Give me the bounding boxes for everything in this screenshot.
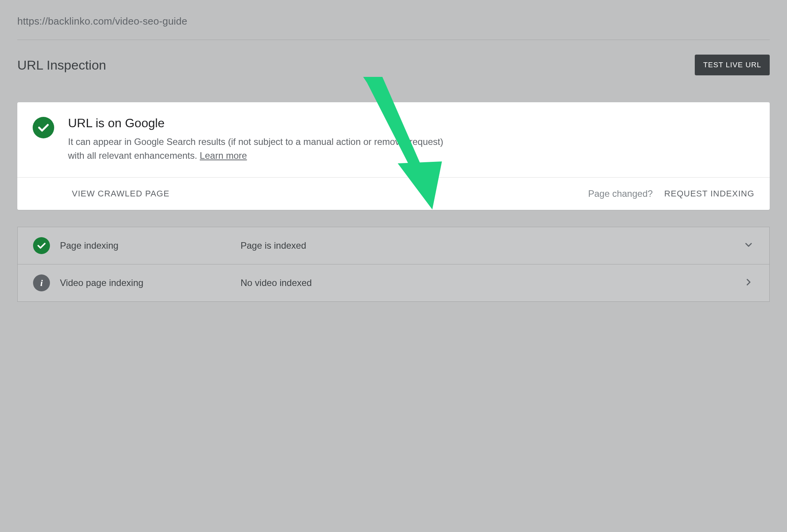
- status-card-main: URL is on Google It can appear in Google…: [17, 102, 770, 177]
- test-live-url-button[interactable]: TEST LIVE URL: [695, 55, 770, 75]
- row-value: No video indexed: [241, 278, 743, 288]
- header-row: URL Inspection TEST LIVE URL: [17, 55, 770, 75]
- status-title: URL is on Google: [68, 116, 445, 130]
- check-icon: [33, 117, 54, 138]
- indexing-panel: Page indexing Page is indexed i Video pa…: [17, 227, 770, 302]
- status-description: It can appear in Google Search results (…: [68, 135, 445, 163]
- inspected-url[interactable]: https://backlinko.com/video-seo-guide: [17, 15, 770, 40]
- chevron-down-icon: [743, 239, 754, 252]
- row-label: Video page indexing: [60, 278, 241, 288]
- check-icon: [33, 237, 50, 254]
- status-card: URL is on Google It can appear in Google…: [17, 102, 770, 210]
- request-indexing-button[interactable]: REQUEST INDEXING: [664, 189, 754, 199]
- learn-more-link[interactable]: Learn more: [200, 150, 247, 161]
- status-card-actions: VIEW CRAWLED PAGE Page changed? REQUEST …: [17, 177, 770, 210]
- video-page-indexing-row[interactable]: i Video page indexing No video indexed: [18, 264, 769, 301]
- row-label: Page indexing: [60, 240, 241, 251]
- status-card-text: URL is on Google It can appear in Google…: [68, 116, 445, 163]
- page-indexing-row[interactable]: Page indexing Page is indexed: [18, 227, 769, 264]
- view-crawled-page-button[interactable]: VIEW CRAWLED PAGE: [72, 189, 169, 199]
- page-changed-label: Page changed?: [588, 188, 653, 199]
- row-value: Page is indexed: [241, 240, 743, 251]
- info-icon: i: [33, 274, 50, 291]
- page-title: URL Inspection: [17, 58, 106, 73]
- chevron-right-icon: [743, 277, 754, 289]
